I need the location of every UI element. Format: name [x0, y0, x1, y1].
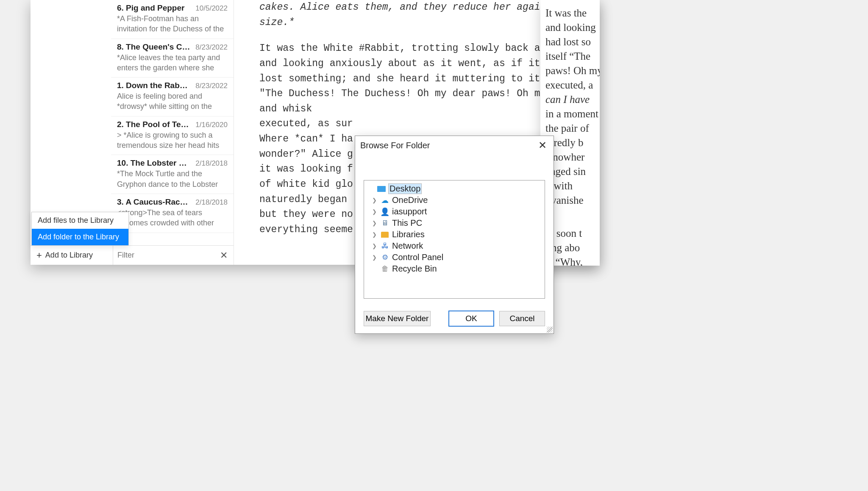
filter-input[interactable]: [117, 251, 218, 260]
clear-filter-icon[interactable]: ✕: [218, 250, 229, 261]
list-item-date: 1/16/2020: [195, 121, 228, 129]
tree-item-label: OneDrive: [392, 195, 428, 205]
tree-item-onedrive[interactable]: ❯☁OneDrive: [366, 194, 543, 206]
list-item-title: 6. Pig and Pepper: [117, 3, 192, 13]
tree-item-label: Desktop: [389, 184, 421, 194]
preview-line: in a moment: [545, 108, 598, 119]
list-item-excerpt: *A Fish-Footman has an invitation for th…: [117, 14, 228, 34]
list-item-title: 3. A Caucus-Race and a Lo...: [117, 197, 192, 207]
tree-item-label: Control Panel: [392, 252, 443, 262]
make-new-folder-button[interactable]: Make New Folder: [364, 311, 431, 326]
menu-add-folder[interactable]: Add folder to the Library: [32, 229, 128, 245]
list-item-excerpt: *Alice leaves the tea party and enters t…: [117, 53, 228, 73]
preview-line: had lost so: [545, 36, 591, 47]
dialog-title: Browse For Folder: [360, 141, 430, 150]
expand-icon[interactable]: ❯: [371, 208, 378, 215]
list-item-excerpt: *The Mock Turtle and the Gryphon dance t…: [117, 169, 228, 189]
list-item-date: 8/23/2022: [195, 82, 228, 90]
expand-icon[interactable]: ❯: [371, 254, 378, 261]
list-item[interactable]: 2. The Pool of Tears1/16/2020> *Alice is…: [111, 117, 234, 155]
tree-item-desktop[interactable]: Desktop: [366, 183, 543, 194]
close-icon[interactable]: ✕: [536, 139, 549, 151]
preview-line: paws! Oh my: [545, 65, 600, 76]
tree-item-libraries[interactable]: ❯Libraries: [366, 229, 543, 240]
library-sidebar: 6. Pig and Pepper10/5/2022*A Fish-Footma…: [31, 0, 234, 265]
tree-item-this-pc[interactable]: ❯🖥This PC: [366, 217, 543, 229]
pc-icon: 🖥: [380, 219, 389, 227]
expand-icon[interactable]: ❯: [371, 243, 378, 249]
add-button-label: Add to Library: [45, 251, 93, 260]
filter-field-wrap: ✕: [113, 246, 234, 265]
expand-icon[interactable]: ❯: [371, 197, 378, 203]
cloud-icon: ☁: [380, 197, 389, 204]
dialog-button-row: Make New Folder OK Cancel: [355, 306, 554, 333]
expand-icon[interactable]: ❯: [371, 231, 378, 238]
list-item-excerpt: Alice is feeling bored and *drowsy* whil…: [117, 91, 228, 112]
tree-item-label: Network: [392, 241, 423, 251]
desktop-icon: [377, 185, 386, 193]
list-item-title: 2. The Pool of Tears: [117, 120, 192, 129]
list-item-excerpt: > *Alice is growing to such a tremendous…: [117, 130, 228, 151]
plus-icon: +: [36, 250, 42, 261]
editor-paragraph: cakes. Alice eats them, and they reduce …: [259, 0, 581, 30]
menu-add-files[interactable]: Add files to the Library: [32, 212, 128, 229]
preview-line: and looking: [545, 22, 596, 33]
library-list[interactable]: 6. Pig and Pepper10/5/2022*A Fish-Footma…: [31, 0, 234, 245]
add-to-library-button[interactable]: + Add to Library: [31, 246, 113, 265]
tree-item-label: Recycle Bin: [392, 264, 437, 274]
ok-button[interactable]: OK: [448, 311, 494, 327]
net-icon: 🖧: [380, 242, 389, 250]
list-item-title: 8. The Queen's Croquet-Gr...: [117, 42, 192, 52]
list-item-title: 10. The Lobster Quadrille: [117, 158, 192, 168]
list-item[interactable]: 6. Pig and Pepper10/5/2022*A Fish-Footma…: [111, 0, 234, 39]
list-item[interactable]: 3. A Caucus-Race and a Lo...2/18/2018<st…: [111, 194, 234, 233]
list-item-title: 1. Down the Rabbit Hole: [117, 81, 192, 90]
tree-item-label: Libraries: [392, 230, 425, 239]
library-bottom-bar: + Add to Library ✕: [31, 245, 234, 265]
list-item-date: 2/18/2018: [195, 159, 228, 168]
resize-grip-icon[interactable]: [547, 327, 553, 333]
tree-item-network[interactable]: ❯🖧Network: [366, 240, 543, 252]
list-item-date: 8/23/2022: [195, 43, 228, 52]
preview-line: can I have: [545, 94, 590, 105]
tree-item-recycle-bin[interactable]: 🗑Recycle Bin: [366, 263, 543, 275]
tree-item-label: This PC: [392, 218, 422, 228]
tree-item-control-panel[interactable]: ❯⚙Control Panel: [366, 252, 543, 263]
user-icon: 👤: [380, 208, 389, 216]
folder-tree[interactable]: Desktop❯☁OneDrive❯👤iasupport❯🖥This PC❯Li…: [364, 180, 545, 299]
list-item[interactable]: 8. The Queen's Croquet-Gr...8/23/2022*Al…: [111, 39, 234, 78]
expand-icon[interactable]: ❯: [371, 220, 378, 226]
list-item[interactable]: 1. Down the Rabbit Hole8/23/2022Alice is…: [111, 78, 234, 117]
lib-icon: [380, 231, 389, 239]
preview-line: the pair of: [545, 122, 589, 134]
list-item[interactable]: 10. The Lobster Quadrille2/18/2018*The M…: [111, 155, 234, 194]
preview-line: itself “The: [545, 50, 590, 62]
tree-item-iasupport[interactable]: ❯👤iasupport: [366, 206, 543, 217]
dialog-titlebar: Browse For Folder ✕: [355, 136, 554, 155]
add-to-library-menu: Add files to the Library Add folder to t…: [31, 212, 129, 246]
cancel-button[interactable]: Cancel: [499, 311, 545, 326]
preview-line: executed, a: [545, 79, 593, 91]
list-item-date: 2/18/2018: [195, 198, 228, 207]
bin-icon: 🗑: [380, 265, 389, 273]
dialog-body: Desktop❯☁OneDrive❯👤iasupport❯🖥This PC❯Li…: [355, 155, 554, 306]
list-item-date: 10/5/2022: [195, 4, 228, 13]
tree-item-label: iasupport: [392, 207, 427, 216]
preview-line: It was the: [545, 7, 587, 19]
cp-icon: ⚙: [380, 254, 389, 261]
list-item-excerpt: <strong>The sea of tears becomes crowded…: [117, 208, 228, 228]
browse-folder-dialog: Browse For Folder ✕ Desktop❯☁OneDrive❯👤i…: [355, 136, 554, 334]
